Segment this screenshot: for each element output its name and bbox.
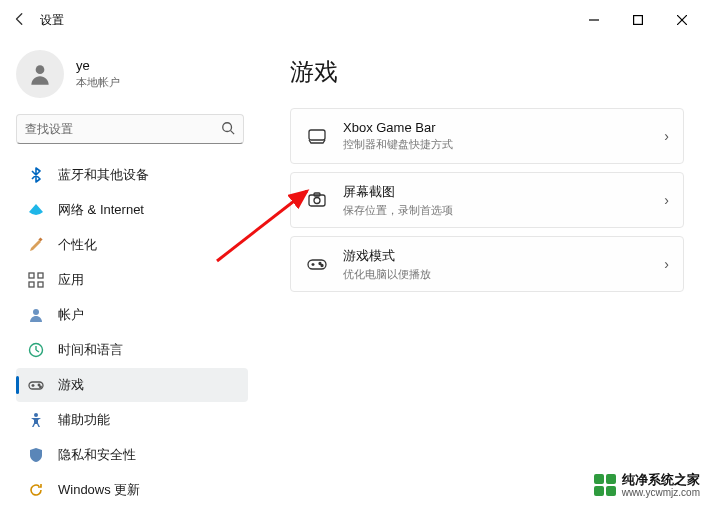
apps-icon <box>26 270 46 290</box>
capture-icon <box>305 188 329 212</box>
sidebar-item-label: 网络 & Internet <box>58 201 144 219</box>
search-input[interactable]: 查找设置 <box>16 114 244 144</box>
card-subtitle: 优化电脑以便播放 <box>343 267 664 282</box>
card-subtitle: 控制器和键盘快捷方式 <box>343 137 664 152</box>
user-block[interactable]: ye 本地帐户 <box>16 50 260 98</box>
sidebar-item-label: 蓝牙和其他设备 <box>58 166 149 184</box>
svg-rect-10 <box>29 282 34 287</box>
sidebar-item-bluetooth[interactable]: 蓝牙和其他设备 <box>16 158 248 192</box>
svg-rect-1 <box>634 16 643 25</box>
svg-line-6 <box>231 130 235 134</box>
titlebar: 设置 <box>0 0 708 40</box>
avatar <box>16 50 64 98</box>
back-button[interactable] <box>4 12 36 29</box>
svg-point-23 <box>319 263 321 265</box>
sidebar-item-accounts[interactable]: 帐户 <box>16 298 248 332</box>
svg-point-16 <box>40 386 42 388</box>
sidebar-item-label: 个性化 <box>58 236 97 254</box>
gamemode-icon <box>305 252 329 276</box>
sidebar-item-label: 应用 <box>58 271 84 289</box>
sidebar: ye 本地帐户 查找设置 蓝牙和其他设备 网络 & Internet <box>0 40 260 506</box>
sidebar-item-update[interactable]: Windows 更新 <box>16 473 248 506</box>
update-icon <box>26 480 46 500</box>
sidebar-item-apps[interactable]: 应用 <box>16 263 248 297</box>
chevron-right-icon: › <box>664 256 669 272</box>
card-xbox-game-bar[interactable]: Xbox Game Bar 控制器和键盘快捷方式 › <box>290 108 684 164</box>
svg-point-5 <box>223 122 232 131</box>
search-icon <box>221 121 235 138</box>
svg-point-12 <box>33 309 39 315</box>
gaming-icon <box>26 375 46 395</box>
svg-point-20 <box>314 198 320 204</box>
chevron-right-icon: › <box>664 128 669 144</box>
account-icon <box>26 305 46 325</box>
search-placeholder: 查找设置 <box>25 121 221 138</box>
page-title: 游戏 <box>290 56 684 88</box>
window-controls <box>572 0 704 40</box>
sidebar-nav: 蓝牙和其他设备 网络 & Internet 个性化 应用 <box>16 158 260 506</box>
svg-point-4 <box>36 65 45 74</box>
user-subtitle: 本地帐户 <box>76 75 120 90</box>
sidebar-item-time-language[interactable]: 时间和语言 <box>16 333 248 367</box>
close-button[interactable] <box>660 0 704 40</box>
svg-point-17 <box>34 413 38 417</box>
sidebar-item-label: Windows 更新 <box>58 481 140 499</box>
card-captures[interactable]: 屏幕截图 保存位置，录制首选项 › <box>290 172 684 228</box>
card-title: 游戏模式 <box>343 247 664 265</box>
svg-point-15 <box>38 384 40 386</box>
maximize-button[interactable] <box>616 0 660 40</box>
card-title: 屏幕截图 <box>343 183 664 201</box>
user-name: ye <box>76 58 120 73</box>
sidebar-item-personalization[interactable]: 个性化 <box>16 228 248 262</box>
sidebar-item-label: 时间和语言 <box>58 341 123 359</box>
sidebar-item-label: 辅助功能 <box>58 411 110 429</box>
card-title: Xbox Game Bar <box>343 120 664 135</box>
privacy-icon <box>26 445 46 465</box>
sidebar-item-network[interactable]: 网络 & Internet <box>16 193 248 227</box>
bluetooth-icon <box>26 165 46 185</box>
svg-point-24 <box>321 265 323 267</box>
svg-rect-9 <box>38 273 43 278</box>
sidebar-item-label: 帐户 <box>58 306 84 324</box>
sidebar-item-privacy[interactable]: 隐私和安全性 <box>16 438 248 472</box>
sidebar-item-label: 隐私和安全性 <box>58 446 136 464</box>
minimize-button[interactable] <box>572 0 616 40</box>
window-title: 设置 <box>40 12 64 29</box>
xbox-icon <box>305 124 329 148</box>
card-game-mode[interactable]: 游戏模式 优化电脑以便播放 › <box>290 236 684 292</box>
svg-rect-8 <box>29 273 34 278</box>
chevron-right-icon: › <box>664 192 669 208</box>
svg-rect-18 <box>309 130 325 140</box>
content: 游戏 Xbox Game Bar 控制器和键盘快捷方式 › 屏幕截图 保存位置，… <box>260 40 708 506</box>
sidebar-item-gaming[interactable]: 游戏 <box>16 368 248 402</box>
sidebar-item-accessibility[interactable]: 辅助功能 <box>16 403 248 437</box>
card-subtitle: 保存位置，录制首选项 <box>343 203 664 218</box>
sidebar-item-label: 游戏 <box>58 376 84 394</box>
svg-rect-11 <box>38 282 43 287</box>
brush-icon <box>26 235 46 255</box>
wifi-icon <box>26 200 46 220</box>
accessibility-icon <box>26 410 46 430</box>
time-language-icon <box>26 340 46 360</box>
